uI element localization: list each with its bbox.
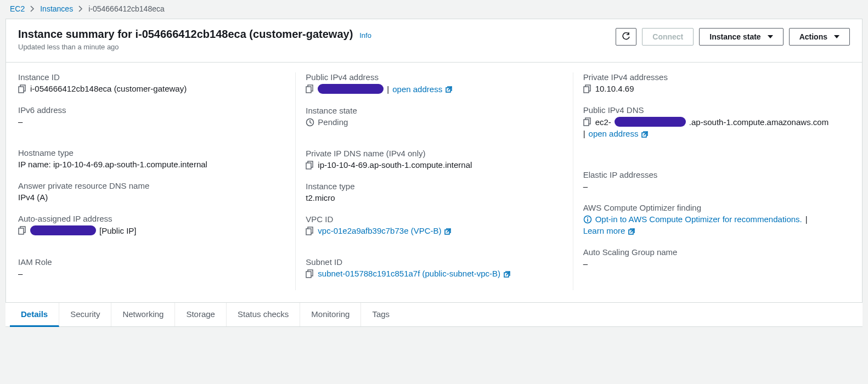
optimizer-opt-in-link[interactable]: Opt-in to AWS Compute Optimizer for reco… [595, 214, 802, 224]
copy-icon[interactable] [583, 84, 592, 93]
learn-more-link[interactable]: Learn more [583, 226, 625, 235]
svg-rect-19 [584, 120, 589, 126]
instance-state-value: Pending [318, 117, 348, 127]
actions-label: Actions [799, 32, 827, 41]
open-address-link[interactable]: open address [589, 129, 639, 138]
tab-monitoring[interactable]: Monitoring [300, 303, 361, 326]
connect-button[interactable]: Connect [642, 28, 694, 46]
instance-state-label: Instance state [709, 32, 760, 41]
redacted-dns [615, 117, 686, 127]
instance-type-value: t2.micro [306, 193, 562, 202]
external-link-icon [444, 227, 452, 235]
svg-rect-23 [587, 219, 588, 222]
instance-state-label: Instance state [306, 106, 562, 115]
copy-icon[interactable] [583, 117, 592, 126]
copy-icon[interactable] [306, 227, 314, 235]
actions-button[interactable]: Actions [789, 28, 850, 46]
svg-rect-11 [306, 229, 311, 235]
info-link[interactable]: Info [359, 31, 371, 39]
svg-point-22 [587, 217, 588, 218]
elastic-ip-value: – [583, 182, 840, 191]
public-dns-suffix: .ap-south-1.compute.amazonaws.com [689, 117, 828, 127]
svg-rect-14 [306, 272, 311, 278]
external-link-icon [504, 270, 511, 278]
info-icon [583, 215, 592, 224]
breadcrumb-current: i-054666412cb148eca [88, 4, 165, 13]
chevron-right-icon [30, 5, 35, 12]
refresh-button[interactable] [616, 28, 636, 46]
svg-rect-17 [584, 87, 589, 93]
private-dns-label: Private IP DNS name (IPv4 only) [306, 149, 562, 158]
optimizer-label: AWS Compute Optimizer finding [583, 203, 840, 212]
page-title: Instance summary for i-054666412cb148eca… [18, 28, 353, 40]
tab-status-checks[interactable]: Status checks [227, 303, 300, 326]
column-2: Public IPv4 address | open address Insta… [295, 72, 572, 290]
copy-icon[interactable] [306, 269, 314, 278]
external-link-icon [641, 130, 649, 138]
caret-down-icon [834, 35, 839, 38]
tab-details[interactable]: Details [10, 303, 59, 327]
svg-rect-5 [306, 87, 311, 93]
column-1: Instance ID i-054666412cb148eca (custome… [18, 72, 295, 290]
tab-tags[interactable]: Tags [361, 303, 401, 326]
public-ipv4-label: Public IPv4 address [306, 72, 562, 82]
external-link-icon [446, 85, 453, 93]
copy-icon[interactable] [306, 84, 314, 93]
instance-id-value: i-054666412cb148eca (customer-gateway) [30, 84, 187, 93]
svg-rect-3 [19, 228, 24, 234]
private-ipv4-label: Private IPv4 addresses [583, 72, 840, 82]
pending-icon [306, 118, 314, 127]
svg-rect-1 [19, 87, 24, 93]
subnet-id-label: Subnet ID [306, 257, 562, 267]
hostname-type-value: IP name: ip-10-10-4-69.ap-south-1.comput… [18, 160, 285, 169]
details-grid: Instance ID i-054666412cb148eca (custome… [6, 63, 862, 302]
subnet-link[interactable]: subnet-015788c191c851a7f (public-subnet-… [318, 269, 500, 278]
answer-dns-label: Answer private resource DNS name [18, 181, 285, 190]
private-dns-value: ip-10-10-4-69.ap-south-1.compute.interna… [318, 160, 472, 170]
chevron-right-icon [78, 5, 83, 12]
copy-icon[interactable] [18, 226, 27, 235]
asg-value: – [583, 259, 840, 268]
asg-label: Auto Scaling Group name [583, 247, 840, 257]
open-address-link[interactable]: open address [392, 84, 442, 94]
iam-role-label: IAM Role [18, 257, 285, 267]
auto-ip-suffix: [Public IP] [99, 226, 137, 235]
copy-icon[interactable] [306, 161, 314, 170]
hostname-type-label: Hostname type [18, 148, 285, 157]
svg-rect-9 [306, 163, 311, 169]
instance-type-label: Instance type [306, 182, 562, 191]
divider-bar: | [805, 214, 808, 224]
public-dns-label: Public IPv4 DNS [583, 105, 840, 115]
tabs-row: Details Security Networking Storage Stat… [5, 303, 863, 327]
answer-dns-value: IPv4 (A) [18, 193, 285, 202]
instance-summary-panel: Instance summary for i-054666412cb148eca… [5, 19, 863, 303]
breadcrumb: EC2 Instances i-054666412cb148eca [0, 0, 868, 19]
action-row: Connect Instance state Actions [616, 28, 850, 46]
instance-state-button[interactable]: Instance state [699, 28, 783, 46]
tab-networking[interactable]: Networking [111, 303, 175, 326]
elastic-ip-label: Elastic IP addresses [583, 170, 840, 179]
auto-ip-label: Auto-assigned IP address [18, 214, 285, 223]
tab-security[interactable]: Security [59, 303, 111, 326]
redacted-ip [318, 84, 384, 94]
refresh-icon [622, 32, 630, 41]
divider-bar: | [583, 129, 585, 138]
private-ipv4-value: 10.10.4.69 [595, 84, 634, 93]
column-3: Private IPv4 addresses 10.10.4.69 Public… [573, 72, 850, 290]
vpc-link[interactable]: vpc-01e2a9afb39c7b73e (VPC-B) [318, 226, 441, 235]
instance-id-label: Instance ID [18, 72, 285, 82]
updated-subtitle: Updated less than a minute ago [18, 43, 371, 51]
breadcrumb-ec2[interactable]: EC2 [10, 4, 25, 13]
ipv6-value: – [18, 117, 285, 126]
iam-role-value: – [18, 269, 285, 278]
divider-bar: | [387, 84, 389, 94]
panel-header: Instance summary for i-054666412cb148eca… [6, 19, 862, 63]
ipv6-label: IPv6 address [18, 105, 285, 115]
copy-icon[interactable] [18, 84, 27, 93]
public-dns-prefix: ec2- [595, 117, 611, 127]
tab-storage[interactable]: Storage [175, 303, 227, 326]
breadcrumb-instances[interactable]: Instances [40, 4, 73, 13]
external-link-icon [628, 227, 636, 235]
caret-down-icon [768, 35, 773, 38]
redacted-ip [30, 225, 96, 235]
